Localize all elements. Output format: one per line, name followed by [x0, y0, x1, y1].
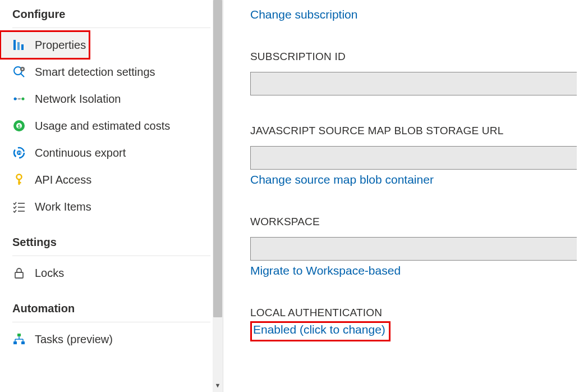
export-icon: [12, 146, 26, 159]
local-auth-label: LOCAL AUTHENTICATION: [250, 307, 588, 319]
workspace-input[interactable]: [250, 237, 577, 261]
scrollbar-thumb[interactable]: [213, 0, 222, 317]
cost-icon: $: [12, 119, 26, 133]
svg-rect-1: [17, 42, 20, 50]
divider: [12, 28, 210, 28]
nav-item-label: Smart detection settings: [35, 66, 155, 79]
workspace-label: WORKSPACE: [250, 216, 588, 228]
svg-point-20: [17, 175, 22, 180]
svg-line-4: [21, 74, 24, 77]
nav-item-network-isolation[interactable]: Network Isolation: [0, 85, 223, 112]
nav-item-work-items[interactable]: Work Items: [0, 193, 223, 220]
subscription-id-input[interactable]: [250, 72, 577, 95]
sourcemap-input[interactable]: [250, 146, 577, 170]
sidebar-section-settings: Settings Locks: [0, 220, 223, 286]
network-icon: [12, 92, 26, 106]
nav-item-label: API Access: [35, 174, 91, 186]
change-sourcemap-link[interactable]: Change source map blob container: [250, 173, 434, 186]
local-auth-toggle-link[interactable]: Enabled (click to change): [253, 323, 385, 336]
lock-icon: [12, 266, 26, 280]
migrate-workspace-link[interactable]: Migrate to Workspace-based: [250, 264, 401, 277]
svg-text:$: $: [17, 124, 20, 129]
nav-item-label: Properties: [35, 39, 86, 52]
svg-point-6: [22, 69, 24, 70]
nav-item-label: Locks: [35, 267, 64, 280]
magnifier-gear-icon: [12, 65, 26, 79]
nav-item-usage-costs[interactable]: $ Usage and estimated costs: [0, 112, 223, 139]
sidebar-section-automation: Automation Tasks (preview): [0, 286, 223, 353]
svg-rect-32: [13, 341, 17, 344]
nav-item-label: Continuous export: [35, 147, 126, 159]
nav-item-api-access[interactable]: API Access: [0, 166, 223, 193]
svg-rect-27: [17, 334, 21, 336]
svg-rect-19: [20, 152, 21, 154]
section-header-automation: Automation: [0, 286, 223, 322]
nav-item-continuous-export[interactable]: Continuous export: [0, 139, 223, 166]
divider: [12, 256, 210, 256]
local-auth-highlight: Enabled (click to change): [250, 321, 391, 341]
divider: [12, 322, 210, 322]
svg-rect-17: [18, 152, 19, 154]
subscription-id-label: SUBSCRIPTION ID: [250, 51, 588, 63]
nav-item-properties[interactable]: Properties: [1, 31, 89, 58]
svg-rect-2: [21, 44, 24, 50]
change-subscription-link[interactable]: Change subscription: [250, 8, 357, 21]
svg-point-9: [19, 98, 20, 100]
section-header-configure: Configure: [0, 0, 223, 28]
nav-item-label: Usage and estimated costs: [35, 120, 170, 133]
sidebar: Configure Properties Smar: [0, 0, 223, 392]
properties-icon: [12, 38, 26, 52]
nav-item-label: Tasks (preview): [35, 333, 113, 346]
svg-rect-33: [21, 341, 25, 344]
scrollbar-down-arrow[interactable]: ▼: [215, 382, 221, 392]
nav-item-locks[interactable]: Locks: [0, 259, 223, 286]
nav-item-tasks[interactable]: Tasks (preview): [0, 326, 223, 353]
sourcemap-label: JAVASCRIPT SOURCE MAP BLOB STORAGE URL: [250, 125, 588, 137]
section-header-settings: Settings: [0, 220, 223, 256]
sidebar-section-configure: Configure Properties Smar: [0, 0, 223, 220]
svg-rect-22: [19, 182, 21, 184]
tasks-icon: [12, 332, 26, 346]
main-panel: Change subscription SUBSCRIPTION ID JAVA…: [223, 0, 588, 392]
nav-item-label: Work Items: [35, 200, 91, 213]
svg-point-7: [14, 98, 17, 101]
nav-item-smart-detection[interactable]: Smart detection settings: [0, 58, 223, 85]
svg-rect-0: [13, 40, 16, 50]
key-icon: [12, 173, 26, 186]
checklist-icon: [12, 200, 26, 213]
svg-rect-26: [15, 272, 23, 278]
nav-item-label: Network Isolation: [35, 93, 121, 106]
scrollbar[interactable]: ▼: [213, 0, 223, 392]
svg-point-8: [22, 98, 25, 101]
svg-rect-18: [19, 152, 20, 153]
